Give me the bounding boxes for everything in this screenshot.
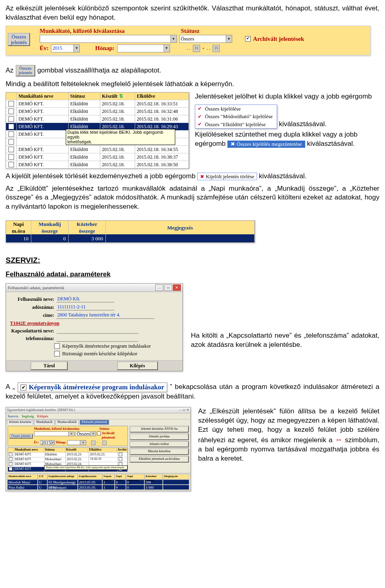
mini-max-icon[interactable]: ▭ xyxy=(182,408,186,412)
exit-button[interactable]: Kilépés xyxy=(117,361,158,370)
mini-side-button[interactable]: Elküldött jelentések archiválása xyxy=(130,456,189,463)
mini-min-icon[interactable]: — xyxy=(178,408,182,412)
resize-checkbox-box[interactable]: ✔ xyxy=(20,385,26,391)
date-to-picker[interactable]: 15 xyxy=(213,45,220,52)
v-kozteher[interactable]: 3 000 xyxy=(69,234,106,242)
minimize-icon[interactable]: — xyxy=(155,284,163,291)
resize-on-start-checkbox[interactable] xyxy=(54,343,60,349)
h-napi-mora[interactable]: Napi m.óra xyxy=(6,221,31,234)
val-contact-name[interactable] xyxy=(57,328,138,334)
employer-dropdown[interactable]: ▼ xyxy=(40,35,177,43)
val-address[interactable]: 2800 Tatabánya Ismeretlen tér 4. xyxy=(57,312,154,318)
mini-h-arch[interactable]: Archív xyxy=(117,448,128,452)
v-munkadij[interactable]: 0 xyxy=(31,234,69,242)
mini-side-button[interactable]: Másolat készítése xyxy=(130,448,189,455)
val-username[interactable]: DEMÓ Kft. xyxy=(57,296,114,302)
delete-selected-badge[interactable]: ✖Kijelölt jelentés törlése xyxy=(197,173,257,181)
mini-arch-chk[interactable] xyxy=(97,431,101,435)
save-button[interactable]: Tárol xyxy=(30,361,67,370)
table-row[interactable]: DEMÓ KFT.Elküldött2015.02.18.2015.02.18.… xyxy=(6,107,189,115)
mini-emp-dd[interactable]: ▼ xyxy=(34,431,75,436)
row-checkbox[interactable] xyxy=(8,139,14,145)
mini-h-kesz[interactable]: Készült xyxy=(65,448,89,452)
mini-side-button[interactable]: Jelentés törlése xyxy=(130,441,189,448)
col-header-elkuldve[interactable]: Elküldve xyxy=(135,93,189,100)
val-taxnum[interactable]: 11111111-2-11 xyxy=(57,304,114,310)
mini-btm-col[interactable]: U/T xyxy=(38,474,47,479)
mini-date-1[interactable] xyxy=(91,441,95,445)
mini-btm-row[interactable]: Hüvelyk MatyiU03 Mezőgazdasági idény2015… xyxy=(7,479,189,485)
table-row[interactable]: DEMÓ KFT.Elküldött2015.02.18.2015.02.18.… xyxy=(6,145,189,153)
all-reports-button[interactable]: Összes jelentés xyxy=(8,33,30,46)
mini-row-chk[interactable] xyxy=(9,457,12,461)
mini-h-stat[interactable]: Státusz xyxy=(44,448,65,452)
mini-table-row[interactable]: DEMÓ KFT.Elküldött2015.02.23.2015.02.23.… xyxy=(8,452,128,457)
mini-h-elk[interactable]: Elküldve xyxy=(88,448,117,452)
resize-checkbox-inline[interactable]: ✔ Képernyők átméretezése program indulás… xyxy=(18,383,167,392)
mini-btm-col[interactable]: Napi m.óra xyxy=(115,474,126,479)
col-header-name[interactable]: Munkáltató neve xyxy=(17,93,69,100)
v-megjegyzes[interactable] xyxy=(106,234,255,242)
mini-close-icon[interactable]: ✕ xyxy=(186,408,189,412)
h-munkadij[interactable]: Munkadíj összege xyxy=(31,221,69,234)
mini-all-button[interactable]: Összes jelentés xyxy=(9,434,33,439)
mini-row-chk[interactable] xyxy=(9,462,12,466)
mini-h-name[interactable]: Munkáltató neve xyxy=(14,448,44,452)
mini-btm-col[interactable]: Foglalkoztatás jellege xyxy=(47,474,78,479)
row-checkbox[interactable] xyxy=(8,131,14,137)
col-header-status[interactable]: Státusz xyxy=(69,93,100,100)
row-checkbox[interactable] xyxy=(8,116,14,122)
status-dropdown[interactable]: Összes▼ xyxy=(179,35,232,43)
clear-all-selections-badge[interactable]: ✖Összes kijelölés megszüntetése xyxy=(227,141,305,148)
h-kozteher[interactable]: Közteher összege xyxy=(69,221,106,234)
mini-side-button[interactable]: Jelentés javítása xyxy=(130,433,189,440)
mini-btm-col[interactable]: Munkavállaló neve xyxy=(7,474,38,479)
mini-stat-dd[interactable]: Összes▼ xyxy=(75,431,96,436)
row-checkbox[interactable] xyxy=(8,162,14,167)
mini-btm-col[interactable]: Napi munkadíj össz. xyxy=(126,474,144,479)
backup-on-exit-checkbox[interactable] xyxy=(54,351,60,356)
mini-row-chk[interactable] xyxy=(9,453,12,456)
mini-year-dd[interactable]: 2015▼ xyxy=(40,440,55,445)
mini-arch-cell[interactable] xyxy=(119,453,122,456)
close-icon[interactable]: ✕ xyxy=(173,284,181,291)
mini-btm-col[interactable]: Közteher összege xyxy=(144,474,163,479)
tab-1[interactable]: Jelentés készítése xyxy=(7,420,33,425)
t1042e-link[interactable]: T1042E nyomtatványon xyxy=(10,320,59,326)
table-row[interactable]: DEMÓ KFT.Elküldött2015.02.18.2015.02.18.… xyxy=(6,161,189,168)
mini-btm-col[interactable]: Megjegyzés xyxy=(163,474,189,479)
date-from-picker[interactable]: 15 xyxy=(193,45,200,52)
all-reports-button-inline[interactable]: Összesjelentés xyxy=(16,65,36,77)
menu-kilepes[interactable]: Kilépés xyxy=(37,414,49,419)
row-checkbox[interactable] xyxy=(8,154,14,160)
mini-btm-col[interactable]: Napok száma xyxy=(102,474,115,479)
mini-side-button[interactable]: Jelentés készítése ÁNYK-ba xyxy=(130,426,189,433)
row-checkbox[interactable] xyxy=(8,109,14,114)
table-row[interactable]: DEMÓ KFT.Elküldött2015.02.18.2015.02.18.… xyxy=(6,100,189,107)
ctx-item-mod[interactable]: Összes "Módosítható" kijelölése xyxy=(205,113,273,120)
menu-szerviz[interactable]: Szerviz xyxy=(8,414,18,419)
col-header-keszult[interactable]: Készült ⇅ xyxy=(100,93,135,100)
tab-4[interactable]: Elkészült jelentések xyxy=(80,420,109,425)
mini-date-2[interactable] xyxy=(102,441,107,445)
mini-btm-col[interactable]: Foglalkoztatás kezdete xyxy=(78,474,102,479)
mini-month-dd[interactable]: ▼ xyxy=(67,440,86,445)
ctx-item-all[interactable]: Összes kijelölése xyxy=(205,105,241,113)
row-checkbox[interactable] xyxy=(8,101,14,107)
month-dropdown[interactable]: ▼ xyxy=(117,44,170,52)
context-menu[interactable]: ✔Összes kijelölése ✔Összes "Módosítható"… xyxy=(195,105,277,129)
mini-row-chk[interactable] xyxy=(9,467,12,471)
archived-checkbox[interactable]: ✔ xyxy=(245,36,251,42)
ctx-item-sent[interactable]: Összes "Elküldött" kijelölése xyxy=(205,121,265,128)
row-checkbox[interactable]: ✔ xyxy=(8,124,14,129)
menu-segitseg[interactable]: Segítség xyxy=(22,414,34,419)
maximize-icon[interactable]: ▭ xyxy=(164,284,172,291)
mini-table-row[interactable]: DEMÓ KFT.Módosítható2015.02.23. xyxy=(8,457,128,462)
h-megjegyzes[interactable]: Megjegyzés xyxy=(106,221,255,234)
table-row[interactable]: DEMÓ KFT.Elküldött2015.02.18.2015.02.18.… xyxy=(6,115,189,123)
row-checkbox[interactable] xyxy=(8,147,14,152)
tab-3[interactable]: Munkavállalók xyxy=(55,420,79,425)
table-row[interactable]: DEMÓ KFT.Elküldött2015.02.18.2015.02.18.… xyxy=(6,153,189,161)
year-dropdown[interactable]: 2015▼ xyxy=(51,44,80,52)
v-napi-mora[interactable]: 10 xyxy=(6,234,31,242)
